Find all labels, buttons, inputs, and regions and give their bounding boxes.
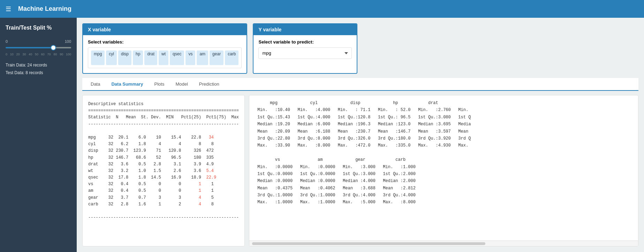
- data-info: Train Data: 24 records Test Data: 8 reco…: [6, 62, 71, 77]
- content-area: X variable Select variables: mpg cyl dis…: [77, 18, 644, 252]
- y-variable-header: Y variable: [253, 24, 357, 35]
- y-variable-panel: Y variable Select variable to predict: m…: [253, 23, 357, 74]
- slider-max: 100: [65, 39, 71, 44]
- split-label: Train/Test Split %: [6, 25, 71, 31]
- tag-vs[interactable]: vs: [185, 50, 195, 65]
- hamburger-icon[interactable]: ☰: [6, 5, 11, 13]
- tag-disp[interactable]: disp: [118, 50, 131, 65]
- test-info: Test Data: 8 records: [6, 69, 71, 77]
- sidebar: Train/Test Split % 0 100 0 10 20 30 40 5…: [0, 18, 77, 252]
- y-variable-select[interactable]: mpg cyl disp hp drat wt qsec vs am gear …: [258, 47, 352, 59]
- slider-track: [6, 44, 71, 51]
- tag-wt[interactable]: wt: [159, 50, 168, 65]
- split-slider[interactable]: [6, 47, 71, 48]
- tag-drat[interactable]: drat: [144, 50, 157, 65]
- app-title: Machine Learning: [18, 5, 71, 13]
- tabs-bar: Data Data Summary Plots Model Prediction: [82, 78, 638, 91]
- tag-qsec[interactable]: qsec: [170, 50, 184, 65]
- tab-plots[interactable]: Plots: [149, 78, 170, 91]
- tab-model[interactable]: Model: [170, 78, 193, 91]
- y-variable-label: Select variable to predict:: [258, 39, 352, 45]
- tab-data[interactable]: Data: [85, 78, 106, 91]
- summary-table: mpg cyl disp hp drat Min. :10.40 Min. :4…: [249, 95, 638, 210]
- x-variable-header: X variable: [83, 24, 247, 35]
- tag-hp[interactable]: hp: [133, 50, 143, 65]
- main-layout: Train/Test Split % 0 100 0 10 20 30 40 5…: [0, 18, 644, 252]
- x-variable-panel: X variable Select variables: mpg cyl dis…: [82, 23, 247, 74]
- tag-gear[interactable]: gear: [210, 50, 223, 65]
- slider-min: 0: [6, 39, 8, 44]
- slider-container: 0 100 0 10 20 30 40 50 60 70 80 90 100: [6, 39, 71, 56]
- tag-carb[interactable]: carb: [225, 50, 238, 65]
- tab-content: Descriptive statistics =================…: [82, 95, 638, 246]
- summary-panel: mpg cyl disp hp drat Min. :10.40 Min. :4…: [249, 95, 638, 246]
- tab-data-summary[interactable]: Data Summary: [106, 78, 149, 91]
- tick-marks: 0 10 20 30 40 50 60 70 80 90 100: [6, 53, 71, 56]
- x-variable-label: Select variables:: [88, 39, 242, 45]
- x-variable-tags: mpg cyl disp hp drat wt qsec vs am gear …: [88, 47, 242, 68]
- slider-min-max: 0 100: [6, 39, 71, 44]
- train-info: Train Data: 24 records: [6, 62, 71, 69]
- tag-am[interactable]: am: [197, 50, 208, 65]
- descriptive-stats-panel: Descriptive statistics =================…: [82, 95, 245, 246]
- stats-text: Descriptive statistics =================…: [88, 101, 239, 221]
- variable-panels: X variable Select variables: mpg cyl dis…: [82, 23, 638, 74]
- tabs-container: Data Data Summary Plots Model Prediction: [82, 78, 638, 91]
- tab-prediction[interactable]: Prediction: [194, 78, 225, 91]
- tag-mpg[interactable]: mpg: [91, 50, 105, 65]
- header: ☰ Machine Learning: [0, 0, 644, 18]
- tag-cyl[interactable]: cyl: [106, 50, 117, 65]
- horizontal-scrollbar[interactable]: [249, 241, 638, 246]
